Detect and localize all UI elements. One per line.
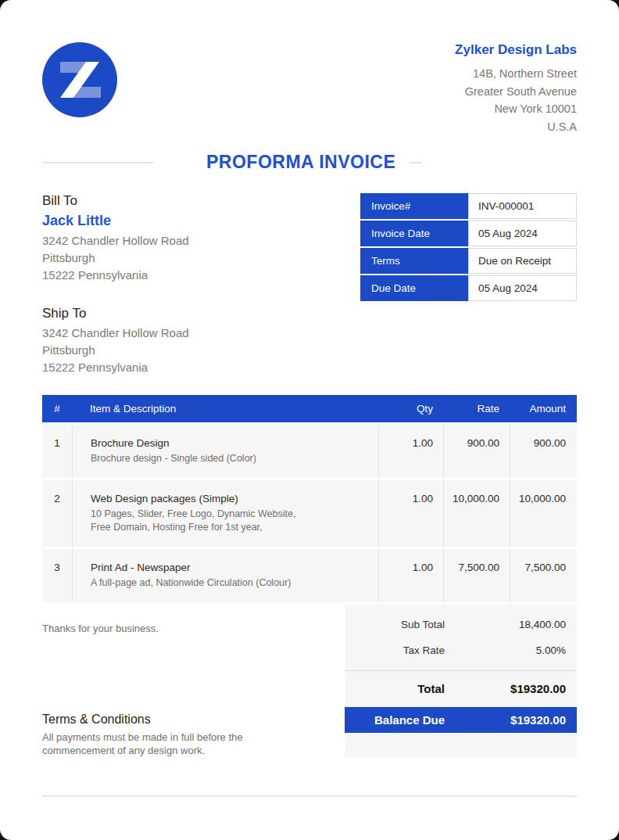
ship-address-line: 3242 Chandler Hollow Road — [42, 325, 189, 342]
title-divider-left — [42, 162, 153, 163]
ship-address-line: 15222 Pennsylvania — [42, 359, 189, 376]
balance-due-value: $19320.00 — [445, 713, 577, 727]
total-value: $19320.00 — [445, 682, 577, 695]
terms-and-conditions: Terms & Conditions All payments must be … — [42, 713, 243, 757]
item-subtext-line: Brochure design - Single sided (Color) — [91, 452, 363, 465]
document-title: PROFORMA INVOICE — [206, 152, 395, 173]
tax-rate-value: 5.00% — [445, 644, 577, 656]
invoice-date-value: 05 Aug 2024 — [468, 221, 577, 246]
balance-due-row: Balance Due $19320.00 — [345, 707, 577, 733]
item-subtext: A full-page ad, Nationwide Circulation (… — [91, 576, 363, 590]
due-date-label: Due Date — [360, 275, 468, 301]
company-block: Zylker Design Labs 14B, Northern Street … — [455, 42, 577, 135]
item-subtext-line: A full-page ad, Nationwide Circulation (… — [91, 576, 363, 590]
item-name: Web Design packages (Simple) — [91, 493, 363, 504]
item-amount: 900.00 — [510, 425, 577, 478]
ship-to-address: 3242 Chandler Hollow Road Pittsburgh 152… — [42, 325, 189, 376]
tax-rate-label: Tax Rate — [345, 644, 445, 656]
invoice-page: Zylker Design Labs 14B, Northern Street … — [0, 0, 619, 840]
item-number: 1 — [42, 437, 72, 465]
parties-column: Bill To Jack Little 3242 Chandler Hollow… — [42, 193, 189, 376]
footer-divider — [42, 795, 577, 797]
meta-row-terms: Terms Due on Receipt — [360, 248, 577, 274]
subtotal-row: Sub Total 18,400.00 — [345, 619, 577, 644]
item-rate: 10,000.00 — [443, 480, 510, 547]
title-divider-right — [410, 162, 422, 163]
due-date-value: 05 Aug 2024 — [468, 275, 577, 301]
meta-row-due-date: Due Date 05 Aug 2024 — [360, 275, 577, 301]
item-description-cell: Brochure Design Brochure design - Single… — [72, 425, 378, 478]
info-section: Bill To Jack Little 3242 Chandler Hollow… — [42, 193, 577, 376]
title-band: PROFORMA INVOICE — [42, 152, 577, 173]
footer-section: Thanks for your business. Terms & Condit… — [42, 602, 577, 757]
items-table-header: # Item & Description Qty Rate Amount — [42, 395, 577, 422]
item-subtext-line: 10 Pages, Slider, Free Logo, Dynamic Web… — [91, 508, 363, 521]
table-row: 1 Brochure Design Brochure design - Sing… — [42, 425, 577, 478]
items-table: # Item & Description Qty Rate Amount 1 B… — [42, 395, 577, 602]
bill-to-block: Bill To Jack Little 3242 Chandler Hollow… — [42, 193, 189, 284]
item-description-cell: Web Design packages (Simple) 10 Pages, S… — [72, 480, 378, 547]
footer-left-column: Thanks for your business. Terms & Condit… — [42, 602, 243, 757]
item-qty: 1.00 — [378, 549, 443, 602]
company-logo-icon — [42, 42, 117, 117]
terms-label: Terms — [360, 248, 468, 274]
company-address: 14B, Northern Street Greater South Avenu… — [455, 65, 577, 135]
item-number: 2 — [42, 493, 72, 534]
item-subtext: Brochure design - Single sided (Color) — [91, 452, 363, 465]
customer-name: Jack Little — [42, 213, 189, 229]
meta-row-invoice-number: Invoice# INV-000001 — [360, 193, 577, 219]
ship-address-line: Pittsburgh — [42, 342, 189, 359]
bill-to-label: Bill To — [42, 193, 189, 209]
item-qty: 1.00 — [378, 480, 443, 547]
invoice-meta-table: Invoice# INV-000001 Invoice Date 05 Aug … — [360, 193, 577, 376]
ship-to-label: Ship To — [42, 306, 189, 321]
header-number: # — [42, 403, 72, 415]
totals-box: Sub Total 18,400.00 Tax Rate 5.00% Total… — [345, 605, 577, 757]
header-qty: Qty — [378, 403, 443, 415]
item-rate: 900.00 — [443, 425, 510, 478]
company-address-line: Greater South Avenue — [455, 83, 577, 101]
item-name: Brochure Design — [91, 437, 363, 449]
total-label: Total — [345, 682, 445, 695]
table-row: 2 Web Design packages (Simple) 10 Pages,… — [42, 480, 577, 547]
tax-rate-row: Tax Rate 5.00% — [345, 644, 577, 670]
item-number: 3 — [42, 562, 72, 590]
invoice-number-label: Invoice# — [360, 193, 468, 219]
invoice-number-value: INV-000001 — [468, 193, 577, 219]
header-amount: Amount — [510, 403, 577, 415]
terms-body-line: All payments must be made in full before… — [42, 731, 243, 744]
subtotal-value: 18,400.00 — [445, 619, 577, 630]
company-address-line: 14B, Northern Street — [455, 65, 577, 83]
terms-heading: Terms & Conditions — [42, 713, 243, 727]
bill-address-line: Pittsburgh — [42, 249, 189, 267]
item-amount: 10,000.00 — [510, 480, 577, 547]
item-name: Print Ad - Newspaper — [91, 562, 363, 573]
table-row: 3 Print Ad - Newspaper A full-page ad, N… — [42, 549, 577, 602]
balance-due-label: Balance Due — [345, 713, 445, 727]
header-rate: Rate — [443, 403, 510, 415]
total-row: Total $19320.00 — [345, 671, 577, 707]
thanks-note: Thanks for your business. — [42, 623, 243, 634]
bill-address-line: 15222 Pennsylvania — [42, 267, 189, 284]
item-qty: 1.00 — [378, 425, 443, 478]
invoice-date-label: Invoice Date — [360, 221, 468, 246]
meta-row-invoice-date: Invoice Date 05 Aug 2024 — [360, 221, 577, 246]
item-amount: 7,500.00 — [510, 549, 577, 602]
company-address-line: New York 10001 — [455, 100, 577, 118]
terms-value: Due on Receipt — [468, 248, 577, 274]
bill-address-line: 3242 Chandler Hollow Road — [42, 232, 189, 249]
item-subtext: 10 Pages, Slider, Free Logo, Dynamic Web… — [91, 508, 363, 534]
company-address-line: U.S.A — [455, 118, 577, 136]
company-name: Zylker Design Labs — [455, 42, 577, 58]
item-rate: 7,500.00 — [443, 549, 510, 602]
subtotal-label: Sub Total — [345, 619, 445, 630]
header-item-description: Item & Description — [72, 403, 378, 415]
item-description-cell: Print Ad - Newspaper A full-page ad, Nat… — [72, 549, 378, 602]
ship-to-block: Ship To 3242 Chandler Hollow Road Pittsb… — [42, 306, 189, 376]
terms-body: All payments must be made in full before… — [42, 731, 243, 757]
bill-to-address: 3242 Chandler Hollow Road Pittsburgh 152… — [42, 232, 189, 284]
terms-body-line: commencement of any design work. — [42, 744, 243, 757]
item-subtext-line: Free Domain, Hosting Free for 1st year, — [91, 521, 363, 534]
header: Zylker Design Labs 14B, Northern Street … — [42, 42, 577, 135]
